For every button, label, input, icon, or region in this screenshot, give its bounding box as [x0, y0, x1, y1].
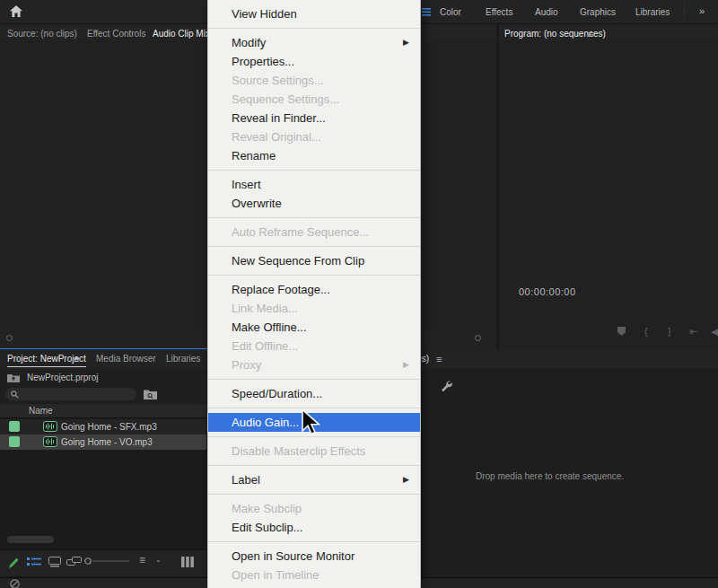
menu-section: Open in Source Monitor Open in Timeline — [208, 542, 420, 588]
program-panel-menu-icon[interactable]: ≡ — [588, 29, 593, 39]
mark-out-icon[interactable]: } — [668, 326, 671, 337]
menu-item-replace-footage[interactable]: Replace Footage... — [208, 280, 420, 299]
list-column-header[interactable]: Name — [0, 404, 206, 418]
breadcrumb[interactable]: NewProject.prproj — [27, 373, 98, 382]
automate-to-sequence-icon[interactable] — [181, 557, 194, 567]
home-icon — [9, 4, 23, 18]
menu-item-link-media: Link Media... — [208, 299, 420, 318]
home-button[interactable] — [9, 4, 27, 20]
menu-item-make-offline[interactable]: Make Offline... — [208, 318, 420, 337]
menu-item-overwrite[interactable]: Overwrite — [208, 194, 420, 213]
menu-section: Disable Masterclip Effects — [208, 437, 420, 466]
program-monitor-panel: Program: (no sequences) ≡ 00:00:00:00 { … — [499, 24, 718, 349]
menu-section: Insert Overwrite — [208, 171, 420, 218]
project-panel-menu-icon[interactable]: ≡ — [74, 354, 79, 364]
menu-item-sequence-settings: Sequence Settings... — [208, 90, 420, 109]
search-icon — [11, 391, 19, 399]
new-search-bin-icon[interactable] — [144, 389, 157, 399]
workspace-tab-graphics[interactable]: Graphics — [580, 7, 616, 17]
tab-media-browser[interactable]: Media Browser — [96, 354, 156, 364]
menu-item-speed-duration[interactable]: Speed/Duration... — [208, 384, 420, 403]
menu-section: Replace Footage... Link Media... Make Of… — [208, 276, 420, 380]
premiere-app-window: Color Effects Audio Graphics Libraries »… — [0, 0, 718, 588]
column-name-label: Name — [29, 406, 53, 416]
clip-name: Going Home - SFX.mp3 — [61, 422, 157, 432]
menu-item-label[interactable]: Label▶ — [208, 470, 420, 489]
mouse-cursor — [300, 408, 321, 437]
menu-section: View Hidden — [208, 0, 420, 29]
project-search-row — [0, 386, 206, 403]
menu-item-edit-subclip[interactable]: Edit Subclip... — [208, 518, 420, 537]
project-panel-footer: ≡ ⌄ — [0, 549, 206, 576]
audio-clip-icon — [43, 421, 57, 432]
header-divider — [684, 4, 685, 20]
tab-effect-controls[interactable]: Effect Controls — [87, 29, 145, 39]
clip-row-vo[interactable]: Going Home - VO.mp3 — [0, 434, 206, 450]
menu-item-make-subclip: Make Subclip — [208, 499, 420, 518]
menu-item-edit-offline: Edit Offline... — [208, 337, 420, 355]
menu-item-open-in-source-monitor[interactable]: Open in Source Monitor — [208, 547, 420, 566]
menu-item-new-sequence-from-clip[interactable]: New Sequence From Clip — [208, 251, 420, 270]
list-view-icon[interactable] — [27, 557, 41, 567]
timeline-settings-wrench-icon[interactable] — [440, 380, 452, 392]
program-panel-tabbar: Program: (no sequences) ≡ — [499, 24, 718, 40]
icon-view-icon[interactable] — [48, 557, 61, 567]
project-panel: Project: NewProject ≡ Media Browser Libr… — [0, 349, 206, 577]
program-timecode[interactable]: 00:00:00:00 — [519, 286, 576, 297]
menu-item-reveal-original: Reveal Original... — [208, 127, 420, 146]
submenu-arrow-icon: ▶ — [403, 355, 409, 374]
tab-source[interactable]: Source: (no clips) — [7, 29, 77, 39]
freeform-view-icon[interactable] — [66, 557, 82, 567]
clip-context-menu: View Hidden Modify▶ Properties... Source… — [207, 0, 421, 588]
navigate-up-folder-icon[interactable] — [7, 373, 20, 382]
menu-item-rename[interactable]: Rename — [208, 146, 420, 165]
zoom-scroll-left-handle[interactable] — [6, 335, 13, 341]
label-color-chip[interactable] — [9, 436, 20, 447]
menu-section: Make Subclip Edit Subclip... — [208, 495, 420, 542]
menu-item-view-hidden[interactable]: View Hidden — [208, 4, 420, 23]
project-breadcrumb-row: NewProject.prproj — [0, 369, 206, 386]
submenu-arrow-icon: ▶ — [403, 470, 409, 489]
workspace-tab-audio[interactable]: Audio — [535, 7, 558, 17]
menu-item-disable-masterclip-effects: Disable Masterclip Effects — [208, 442, 420, 461]
search-input[interactable] — [5, 388, 136, 400]
zoom-scroll-right-handle[interactable] — [475, 335, 481, 341]
menu-item-modify[interactable]: Modify▶ — [208, 33, 420, 52]
menu-item-insert[interactable]: Insert — [208, 175, 420, 194]
timeline-panel-menu-icon[interactable]: ≡ — [436, 354, 442, 364]
horizontal-scrollbar-thumb[interactable] — [7, 536, 54, 543]
mark-in-icon[interactable]: { — [644, 326, 648, 337]
menu-item-proxy: Proxy▶ — [208, 355, 420, 374]
sort-caret-icon[interactable]: ⌄ — [155, 556, 162, 564]
zoom-slider[interactable] — [84, 557, 131, 566]
drop-media-hint: Drop media here to create sequence. — [476, 471, 709, 481]
workspace-overflow-icon[interactable]: » — [699, 5, 705, 16]
project-writable-pencil-icon[interactable] — [7, 557, 19, 569]
menu-item-reveal-in-finder[interactable]: Reveal in Finder... — [208, 109, 420, 127]
menu-section: Speed/Duration... — [208, 380, 420, 408]
sort-icon[interactable]: ≡ — [139, 554, 144, 566]
menu-item-properties[interactable]: Properties... — [208, 52, 420, 71]
menu-section: New Sequence From Clip — [208, 247, 420, 276]
audio-clip-icon — [43, 436, 57, 447]
program-transport-controls: { } ⇤ ◀ — [499, 324, 718, 342]
add-marker-icon[interactable] — [617, 327, 626, 336]
workspace-tab-effects[interactable]: Effects — [486, 7, 512, 17]
tab-libraries[interactable]: Libraries — [166, 354, 200, 364]
menu-section: Label▶ — [208, 466, 420, 495]
project-panel-tabbar: Project: NewProject ≡ Media Browser Libr… — [0, 349, 206, 369]
workspace-tab-color[interactable]: Color — [440, 7, 461, 17]
menu-item-source-settings: Source Settings... — [208, 71, 420, 90]
clip-row-sfx[interactable]: Going Home - SFX.mp3 — [0, 419, 206, 434]
menu-item-open-in-timeline: Open in Timeline — [208, 566, 420, 584]
menu-section: Auto Reframe Sequence... — [208, 218, 420, 247]
submenu-arrow-icon: ▶ — [403, 33, 409, 52]
sync-status-icon — [10, 579, 20, 588]
menu-item-auto-reframe-sequence: Auto Reframe Sequence... — [208, 223, 420, 241]
label-color-chip[interactable] — [9, 421, 20, 432]
workspaces-icon[interactable] — [422, 8, 431, 16]
go-to-in-icon[interactable]: ⇤ — [689, 326, 697, 338]
menu-section: Modify▶ Properties... Source Settings...… — [208, 29, 420, 171]
workspace-tab-libraries[interactable]: Libraries — [635, 7, 670, 17]
step-back-icon[interactable]: ◀ — [711, 326, 718, 338]
